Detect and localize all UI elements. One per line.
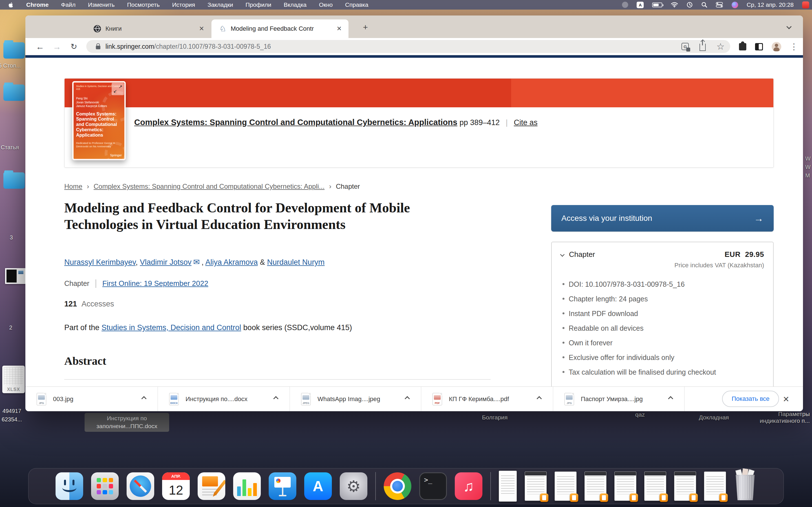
address-bar[interactable]: link.springer.com/chapter/10.1007/978-3-…: [86, 40, 730, 53]
spotlight-search-icon[interactable]: [701, 2, 707, 8]
url-text[interactable]: link.springer.com/chapter/10.1007/978-3-…: [105, 43, 271, 50]
selected-file-label[interactable]: Инструкция по заполнени...ППС.docx: [85, 413, 169, 432]
desktop-xlsx-file[interactable]: XLSX: [2, 365, 25, 393]
bullet-item: Chapter length: 24 pages: [561, 295, 764, 303]
status-dim-icon[interactable]: [622, 2, 628, 8]
tab-close-icon[interactable]: ✕: [335, 24, 343, 33]
menu-help[interactable]: Справка: [345, 1, 368, 8]
author-link[interactable]: Nurassyl Kerimbayev: [64, 258, 136, 267]
forward-button[interactable]: →: [50, 38, 64, 55]
download-item[interactable]: JPEG WhatsApp Imag....jpeg: [290, 387, 421, 411]
numbers-icon[interactable]: [233, 472, 261, 500]
menu-profiles[interactable]: Профили: [246, 1, 271, 8]
cite-as-link[interactable]: Cite as: [514, 118, 538, 127]
minimized-document[interactable]: [525, 471, 547, 501]
menu-view[interactable]: Посмотреть: [127, 1, 160, 8]
apple-menu-icon[interactable]: [8, 2, 14, 8]
keynote-icon[interactable]: [269, 472, 296, 500]
reload-button[interactable]: ↻: [67, 38, 81, 55]
download-item[interactable]: JPG Паспорт Умирза....jpg: [553, 387, 684, 411]
first-online-link[interactable]: First Online: 19 September 2022: [102, 279, 208, 288]
chrome-icon[interactable]: [384, 472, 411, 500]
back-button[interactable]: ←: [33, 38, 47, 55]
menu-bar-clock[interactable]: Ср, 12 апр. 20:28: [747, 1, 794, 8]
access-institution-button[interactable]: Access via your institution →: [551, 205, 774, 231]
email-envelope-icon[interactable]: ✉: [193, 258, 200, 267]
minimized-document[interactable]: [674, 471, 696, 501]
author-link[interactable]: Vladimir Jotsov: [140, 258, 192, 267]
series-link[interactable]: Studies in Systems, Decision and Control: [101, 323, 241, 332]
book-cover[interactable]: Studies in Systems, Decision and Control…: [72, 81, 126, 160]
wifi-icon[interactable]: [671, 2, 678, 8]
chevron-up-icon[interactable]: [405, 397, 409, 402]
music-icon[interactable]: ♫: [455, 472, 483, 500]
system-settings-icon[interactable]: ⚙: [340, 472, 367, 500]
download-item[interactable]: PDF КП ГФ Керимба....pdf: [421, 387, 553, 411]
input-source-icon[interactable]: A: [637, 2, 644, 8]
breadcrumb-home-link[interactable]: Home: [64, 182, 82, 190]
desktop-folder[interactable]: [3, 42, 25, 59]
tab-search-chevron-icon[interactable]: [787, 24, 791, 30]
trash-icon[interactable]: [734, 472, 756, 500]
pages-range: pp 389–412: [460, 118, 500, 127]
file-icon: JPG: [37, 393, 46, 405]
download-item[interactable]: JPG 003.jpg: [26, 387, 158, 411]
book-title-link[interactable]: Complex Systems: Spanning Control and Co…: [134, 118, 457, 127]
desktop-image-file[interactable]: [5, 268, 26, 284]
menu-window[interactable]: Окно: [319, 1, 333, 8]
siri-icon[interactable]: [732, 2, 738, 8]
desktop-folder[interactable]: [3, 84, 25, 101]
minimized-document[interactable]: [614, 471, 637, 501]
close-downloads-icon[interactable]: ✕: [780, 391, 792, 407]
chrome-menu-dots-icon[interactable]: ⋮: [787, 38, 801, 55]
menu-bar-red-app-icon[interactable]: [802, 1, 809, 8]
expand-cover-icon[interactable]: ↗ ↙: [112, 83, 124, 95]
menu-app-name[interactable]: Chrome: [26, 1, 49, 8]
minimized-document[interactable]: [644, 471, 666, 501]
menu-file[interactable]: Файл: [61, 1, 75, 8]
accesses-count: 121: [64, 300, 77, 308]
breadcrumb-book-link[interactable]: Complex Systems: Spanning Control and Co…: [94, 182, 324, 190]
show-all-downloads-button[interactable]: Показать все: [722, 391, 779, 407]
lock-icon[interactable]: [96, 46, 100, 49]
desktop-folder[interactable]: [3, 172, 25, 189]
menu-bookmarks[interactable]: Закладки: [207, 1, 233, 8]
terminal-icon[interactable]: >_: [419, 472, 447, 500]
minimized-document[interactable]: [555, 471, 576, 501]
menu-tab[interactable]: Вкладка: [284, 1, 306, 8]
chevron-up-icon[interactable]: [142, 397, 146, 402]
minimized-document[interactable]: [499, 471, 517, 502]
battery-icon[interactable]: [652, 3, 662, 7]
pages-icon[interactable]: [198, 472, 225, 500]
bookmark-star-icon[interactable]: ☆: [716, 41, 725, 52]
chevron-down-icon[interactable]: [560, 252, 565, 257]
minimized-document[interactable]: [585, 471, 606, 501]
breadcrumb-chevron-icon: ›: [329, 182, 331, 190]
tab-books[interactable]: Книги ✕: [68, 20, 211, 37]
globe-favicon: [94, 25, 101, 33]
tab-active-article[interactable]: ♘ Modeling and Feedback Contr ✕: [211, 19, 349, 38]
chevron-up-icon[interactable]: [669, 397, 672, 402]
profile-avatar[interactable]: [770, 38, 783, 55]
finder-icon[interactable]: [56, 472, 83, 500]
download-item[interactable]: DOCX Инструкция по....docx: [158, 387, 290, 411]
chevron-up-icon[interactable]: [274, 397, 278, 402]
safari-icon[interactable]: [126, 472, 154, 500]
tab-close-icon[interactable]: ✕: [197, 24, 206, 33]
author-link[interactable]: Aliya Akramova: [205, 258, 258, 267]
chevron-up-icon[interactable]: [538, 397, 541, 402]
translate-icon[interactable]: G: [681, 43, 689, 50]
launchpad-icon[interactable]: [91, 472, 119, 500]
calendar-icon[interactable]: АПР. 12: [162, 472, 190, 500]
extensions-puzzle-icon[interactable]: [736, 38, 749, 55]
minimized-document[interactable]: [704, 471, 726, 501]
time-machine-icon[interactable]: [687, 2, 693, 8]
new-tab-button[interactable]: +: [360, 22, 370, 33]
menu-edit[interactable]: Изменить: [88, 1, 115, 8]
menu-history[interactable]: История: [172, 1, 195, 8]
app-store-icon[interactable]: A: [304, 472, 332, 500]
author-link[interactable]: Nurdaulet Nurym: [267, 258, 324, 267]
side-panel-icon[interactable]: [752, 38, 766, 55]
control-center-icon[interactable]: [716, 2, 723, 8]
share-icon[interactable]: [700, 44, 706, 51]
